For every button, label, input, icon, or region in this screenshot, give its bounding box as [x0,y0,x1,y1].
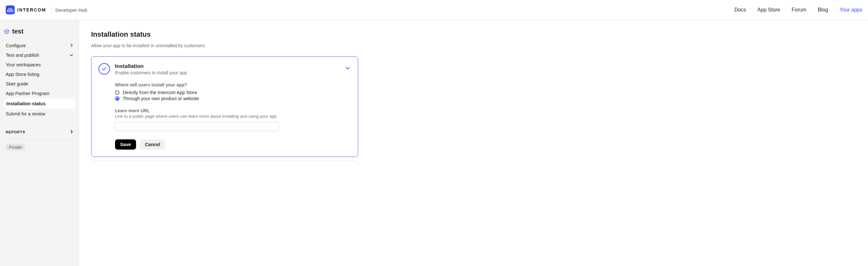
cancel-button[interactable]: Cancel [140,139,165,150]
cube-icon [4,29,9,34]
main-content: Installation status Allow your app to be… [79,20,868,266]
private-badge-container: Private [3,144,75,151]
sidebar-item-label: Installation status [6,101,45,106]
card-collapse-toggle[interactable] [344,63,351,73]
card-header-text: Installation Enable customers to install… [115,63,339,75]
chevron-down-icon [70,53,73,57]
topbar-divider [51,5,51,14]
sidebar-item-test-publish[interactable]: Test and publish [3,51,75,60]
save-button[interactable]: Save [115,139,136,150]
sidebar-item-workspaces[interactable]: Your workspaces [3,60,75,69]
sidebar-item-listing[interactable]: App Store listing [3,70,75,79]
sidebar: test Configure Test and publish Your wor… [0,20,79,266]
topbar-left: INTERCOM Developer Hub [6,5,87,14]
learn-more-url-label: Learn more URL [115,108,351,113]
sidebar-item-installation-status[interactable]: Installation status [3,98,75,109]
sidebar-item-submit-review[interactable]: Submit for a review [3,109,75,118]
card-body: Where will users install your app? Direc… [98,82,351,150]
sidebar-item-label: App Partner Program [6,91,50,96]
card-header: Installation Enable customers to install… [98,63,351,75]
radio-label: Directly from the Intercom App Store [123,90,197,95]
sidebar-app-title[interactable]: test [3,28,75,41]
intercom-logo-icon [6,5,15,14]
topbar: INTERCOM Developer Hub Docs App Store Fo… [0,0,868,20]
layout: test Configure Test and publish Your wor… [0,20,868,266]
button-row: Save Cancel [115,139,351,150]
sidebar-app-name: test [12,28,24,35]
sidebar-item-label: App Store listing [6,72,39,77]
developer-hub-link[interactable]: Developer Hub [56,7,87,13]
radio-option-own-website[interactable]: Through your own product or website [115,96,351,101]
chevron-down-icon [344,65,351,71]
sidebar-item-partner-program[interactable]: App Partner Program [3,89,75,98]
nav-your-apps[interactable]: Your apps [840,7,862,13]
install-location-question: Where will users install your app? [115,82,351,87]
sidebar-item-label: Configure [6,43,26,48]
intercom-logo-link[interactable]: INTERCOM [6,5,46,14]
topbar-nav: Docs App Store Forum Blog Your apps [735,7,862,13]
page-title: Installation status [91,30,856,38]
sidebar-reports-header[interactable]: REPORTS [3,127,75,137]
learn-more-url-input[interactable] [115,122,279,131]
card-subtitle: Enable customers to install your app [115,70,339,75]
chevron-right-icon [70,130,73,134]
sidebar-reports-label: REPORTS [6,130,25,134]
sidebar-divider [6,139,73,139]
radio-label: Through your own product or website [123,96,199,101]
nav-forum[interactable]: Forum [792,7,806,13]
intercom-bars-icon [7,7,13,12]
installation-card: Installation Enable customers to install… [91,56,358,157]
sidebar-item-label: Submit for a review [6,111,45,116]
sidebar-item-label: Your workspaces [6,62,41,67]
next-card-stub [91,161,358,164]
radio-option-app-store[interactable]: Directly from the Intercom App Store [115,90,351,95]
nav-docs[interactable]: Docs [735,7,746,13]
private-badge: Private [6,144,25,151]
sidebar-item-start-guide[interactable]: Start guide [3,80,75,88]
intercom-wordmark: INTERCOM [17,7,46,12]
radio-icon [115,96,120,101]
radio-icon [115,90,120,95]
chevron-right-icon [70,44,73,48]
sidebar-item-configure[interactable]: Configure [3,41,75,50]
sidebar-item-label: Test and publish [6,53,39,58]
nav-app-store[interactable]: App Store [757,7,780,13]
sidebar-item-label: Start guide [6,81,28,86]
page-subtitle: Allow your app to be installed or uninst… [91,43,856,48]
nav-blog[interactable]: Blog [818,7,828,13]
learn-more-url-help: Link to a public page where users can le… [115,114,351,119]
card-title: Installation [115,63,339,69]
check-circle-icon [98,63,110,75]
